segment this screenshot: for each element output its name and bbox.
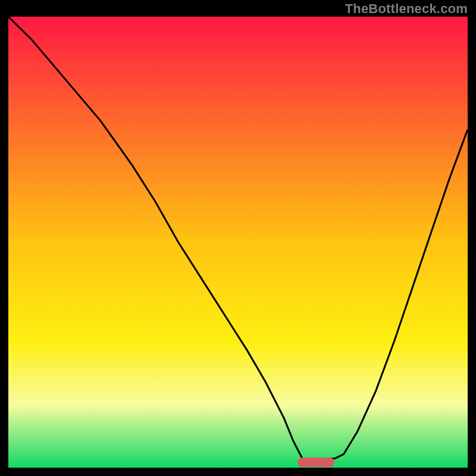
- chart-frame: [8, 17, 468, 468]
- watermark-label: TheBottleneck.com: [345, 1, 468, 17]
- gradient-background: [8, 17, 468, 468]
- optimum-marker: [298, 458, 334, 467]
- bottleneck-chart: [8, 17, 468, 468]
